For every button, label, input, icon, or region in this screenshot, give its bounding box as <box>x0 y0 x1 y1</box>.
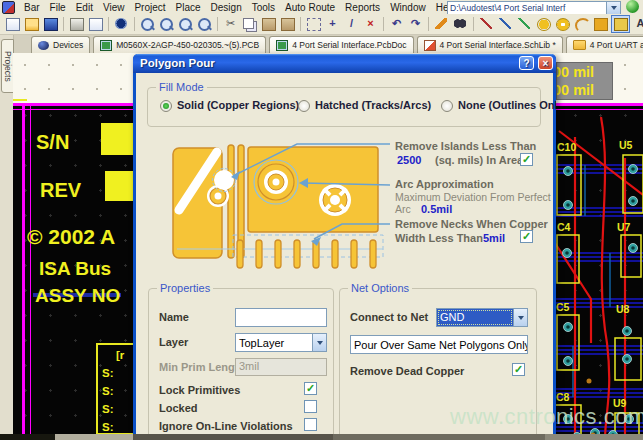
place-track-alt-icon[interactable] <box>497 16 514 32</box>
side-panel-rail: Projects <box>0 35 14 440</box>
tab-devices[interactable]: Devices <box>31 36 90 53</box>
delete-icon[interactable]: × <box>362 16 379 32</box>
radio-hatched-label[interactable]: Hatched (Tracks/Arcs) <box>315 99 431 111</box>
open-icon[interactable] <box>23 16 40 32</box>
zoom-area-icon[interactable] <box>158 16 175 32</box>
copy-icon[interactable] <box>241 16 258 32</box>
folder-icon <box>573 40 586 50</box>
application-window: Bar File Edit View Project Place Design … <box>0 0 643 440</box>
paste-icon[interactable] <box>260 16 277 32</box>
name-input[interactable] <box>235 308 327 327</box>
place-arc-icon[interactable] <box>573 16 590 32</box>
devices-icon <box>38 41 49 50</box>
menu-tools[interactable]: Tools <box>247 2 280 13</box>
zoom-pointer-icon[interactable] <box>196 16 213 32</box>
dialog-body: Fill Mode Solid (Copper Regions) Hatched… <box>133 73 556 440</box>
menu-window[interactable]: Window <box>385 2 431 13</box>
layer-value: TopLayer <box>236 337 312 349</box>
designator-label: C5 <box>556 301 569 313</box>
pour-over-mode-select[interactable]: Pour Over Same Net Polygons Only <box>350 335 528 354</box>
zoom-in-icon[interactable] <box>177 16 194 32</box>
document-path-combo[interactable]: D:\Audotest\4 Port Serial Interf <box>447 1 621 15</box>
view-board-icon[interactable] <box>113 16 130 32</box>
coordinate-tooltip: 00 mil 00 mil <box>556 62 613 100</box>
print-icon[interactable] <box>68 16 85 32</box>
undo-icon[interactable]: ↶ <box>388 16 405 32</box>
locked-checkbox[interactable] <box>304 400 317 413</box>
break-track-icon[interactable]: / <box>343 16 360 32</box>
place-string-icon[interactable]: A <box>632 16 643 32</box>
layer-select[interactable]: TopLayer <box>235 333 327 352</box>
net-options-caption: Net Options <box>348 282 412 294</box>
fill-mode-caption: Fill Mode <box>156 81 207 93</box>
connect-to-net-select[interactable]: GND <box>436 308 528 327</box>
find-icon[interactable] <box>452 16 469 32</box>
designator-label: U8 <box>616 303 629 315</box>
lock-primitives-label: Lock Primitives <box>159 384 240 396</box>
interactive-route-icon[interactable] <box>433 16 450 32</box>
remove-dead-copper-label: Remove Dead Copper <box>350 365 464 377</box>
polygon-pour-illustration <box>147 130 391 292</box>
paste-special-icon[interactable] <box>279 16 296 32</box>
menu-design[interactable]: Design <box>206 2 247 13</box>
tooltip-line: 00 mil <box>557 81 612 99</box>
help-button[interactable]: ? <box>519 56 534 70</box>
menu-view[interactable]: View <box>98 2 130 13</box>
menu-reports[interactable]: Reports <box>340 2 385 13</box>
silkscreen-rev-label: REV <box>40 179 81 202</box>
islands-checkbox[interactable]: ✓ <box>520 153 533 166</box>
locked-label: Locked <box>159 402 198 414</box>
place-via-icon[interactable] <box>554 16 571 32</box>
move-icon[interactable]: + <box>324 16 341 32</box>
tab-serial-pcbdoc[interactable]: 4 Port Serial Interface.PcbDoc <box>269 36 413 53</box>
tooltip-line: 00 mil <box>557 63 612 81</box>
menu-edit[interactable]: Edit <box>71 2 98 13</box>
place-keepout-icon[interactable] <box>516 16 533 32</box>
lock-primitives-checkbox[interactable]: ✓ <box>304 382 317 395</box>
radio-solid-label[interactable]: Solid (Copper Regions) <box>177 99 299 111</box>
tab-label: M0560X-2AGP-450-020305.~(5).PCB <box>116 40 259 50</box>
place-fill-icon[interactable] <box>592 16 609 32</box>
chevron-down-icon[interactable] <box>513 309 527 326</box>
redo-icon[interactable]: ↷ <box>407 16 424 32</box>
cut-icon[interactable]: ✂ <box>222 16 239 32</box>
menu-dxp[interactable]: Bar <box>19 2 45 13</box>
menu-project[interactable]: Project <box>129 2 170 13</box>
radio-none[interactable] <box>441 100 453 112</box>
watermark: www.cntronics.com <box>450 404 643 430</box>
app-logo-icon[interactable] <box>2 1 15 14</box>
dialog-title: Polygon Pour <box>140 57 215 69</box>
knowledge-center-icon[interactable] <box>626 0 639 13</box>
radio-hatched[interactable] <box>298 100 310 112</box>
tab-serial-schlib[interactable]: 4 Port Serial Interface.SchLib * <box>417 36 563 53</box>
schematic-lib-icon <box>424 40 436 51</box>
chevron-down-icon[interactable] <box>606 2 620 14</box>
place-polygon-icon[interactable] <box>611 15 630 33</box>
tab-uart-drivers[interactable]: 4 Port UART and Line Drivers. <box>566 36 643 53</box>
menu-file[interactable]: File <box>45 2 71 13</box>
menu-place[interactable]: Place <box>171 2 206 13</box>
radio-solid[interactable] <box>160 100 172 112</box>
radio-none-label[interactable]: None (Outlines Only) <box>458 99 556 111</box>
select-area-icon[interactable] <box>305 16 322 32</box>
ignore-violations-checkbox[interactable] <box>304 418 317 431</box>
menu-auto-route[interactable]: Auto Route <box>280 2 340 13</box>
islands-value[interactable]: 2500 <box>397 154 421 166</box>
designator-label: C4 <box>557 221 570 233</box>
place-track-icon[interactable] <box>478 16 495 32</box>
print-preview-icon[interactable] <box>87 16 104 32</box>
tab-m0560x-pcb[interactable]: M0560X-2AGP-450-020305.~(5).PCB <box>93 36 266 53</box>
chevron-down-icon[interactable] <box>312 334 326 351</box>
zoom-window-icon[interactable] <box>139 16 156 32</box>
place-pad-icon[interactable] <box>535 16 552 32</box>
necks-checkbox[interactable]: ✓ <box>520 230 533 243</box>
new-icon[interactable] <box>4 16 21 32</box>
close-button[interactable]: × <box>538 56 553 70</box>
pour-over-mode-value: Pour Over Same Net Polygons Only <box>351 339 528 351</box>
necks-value[interactable]: 5mil <box>483 232 505 244</box>
silkscreen-assy-no: ASSY NO <box>35 285 120 307</box>
remove-dead-copper-checkbox[interactable]: ✓ <box>512 363 525 376</box>
dialog-title-bar[interactable]: Polygon Pour ? × <box>133 54 556 73</box>
arc-value[interactable]: 0.5mil <box>421 203 452 215</box>
save-icon[interactable] <box>42 16 59 32</box>
